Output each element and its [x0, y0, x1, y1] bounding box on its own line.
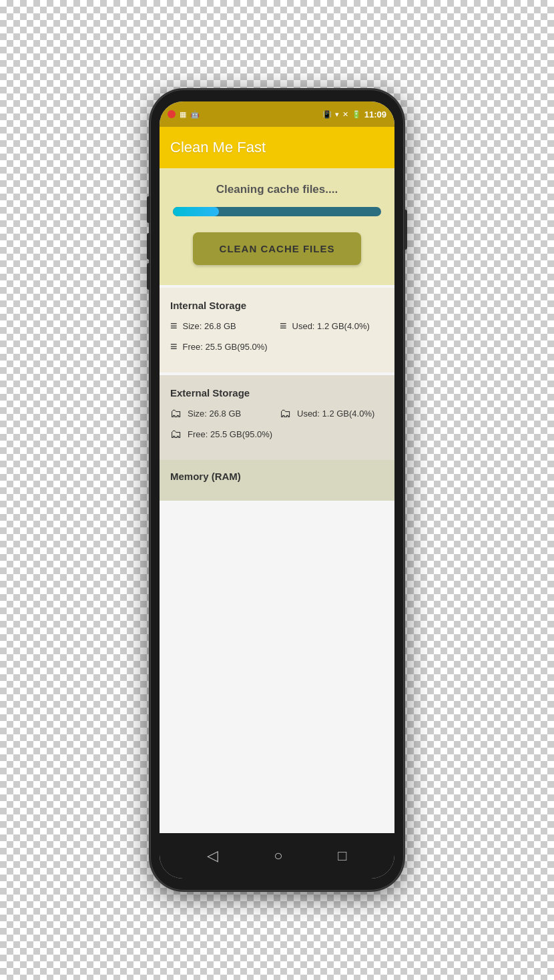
storage-icon-1: ≡	[170, 319, 178, 333]
storage-icon-3: ≡	[170, 340, 178, 354]
home-button[interactable]: ○	[274, 847, 282, 865]
internal-size-row: ≡ Size: 26.8 GB ≡ Used: 1.2 GB(4.0%)	[170, 319, 384, 333]
status-bar-right: 📳 ▾ ✕ 🔋 11:09	[322, 109, 386, 119]
sd-icon-1: 🗂	[170, 407, 182, 421]
sd-icon-2: 🗂	[280, 407, 292, 421]
progress-bar-fill	[173, 207, 219, 216]
external-storage-section: External Storage 🗂 Size: 26.8 GB 🗂 Used:…	[160, 375, 394, 460]
phone-device: ▦ 🤖 📳 ▾ ✕ 🔋 11:09 Clean Me Fast Cleaning…	[150, 89, 404, 891]
external-size-row: 🗂 Size: 26.8 GB 🗂 Used: 1.2 GB(4.0%)	[170, 407, 384, 421]
android-icon: 🤖	[190, 110, 200, 119]
bottom-navigation: ◁ ○ □	[160, 833, 394, 879]
internal-storage-section: Internal Storage ≡ Size: 26.8 GB ≡ Used:…	[160, 288, 394, 373]
sd-icon-3: 🗂	[170, 427, 182, 441]
memory-ram-title: Memory (RAM)	[170, 471, 384, 482]
memory-ram-section: Memory (RAM)	[160, 460, 394, 501]
clean-cache-button[interactable]: CLEAN CACHE FILES	[193, 232, 362, 265]
status-bar-left: ▦ 🤖	[168, 110, 200, 119]
back-button[interactable]: ◁	[207, 847, 218, 865]
phone-screen: ▦ 🤖 📳 ▾ ✕ 🔋 11:09 Clean Me Fast Cleaning…	[160, 101, 394, 879]
external-storage-title: External Storage	[170, 387, 384, 399]
sim-icon: ▦	[180, 110, 186, 119]
signal-icon: ✕	[342, 110, 348, 119]
internal-used-label: Used: 1.2 GB(4.0%)	[292, 321, 384, 331]
external-used-label: Used: 1.2 GB(4.0%)	[297, 409, 384, 419]
app-header: Clean Me Fast	[160, 127, 394, 168]
battery-icon: 🔋	[352, 110, 361, 119]
internal-size-label: Size: 26.8 GB	[183, 321, 274, 331]
notification-dot	[168, 110, 176, 118]
app-title: Clean Me Fast	[170, 139, 384, 156]
cleaning-status-text: Cleaning cache files....	[216, 183, 338, 196]
external-size-label: Size: 26.8 GB	[188, 409, 274, 419]
progress-bar-container	[173, 207, 381, 216]
external-free-row: 🗂 Free: 25.5 GB(95.0%)	[170, 427, 384, 441]
internal-free-row: ≡ Free: 25.5 GB(95.0%)	[170, 340, 384, 354]
storage-icon-2: ≡	[280, 319, 287, 333]
vibrate-icon: 📳	[322, 110, 332, 119]
main-content[interactable]: Cleaning cache files.... CLEAN CACHE FIL…	[160, 168, 394, 833]
internal-storage-title: Internal Storage	[170, 300, 384, 311]
recent-button[interactable]: □	[338, 847, 346, 865]
cleaning-section: Cleaning cache files.... CLEAN CACHE FIL…	[160, 168, 394, 285]
status-bar: ▦ 🤖 📳 ▾ ✕ 🔋 11:09	[160, 101, 394, 127]
internal-free-label: Free: 25.5 GB(95.0%)	[183, 342, 384, 352]
external-free-label: Free: 25.5 GB(95.0%)	[188, 429, 384, 439]
status-time: 11:09	[364, 109, 386, 119]
wifi-icon: ▾	[335, 110, 339, 119]
